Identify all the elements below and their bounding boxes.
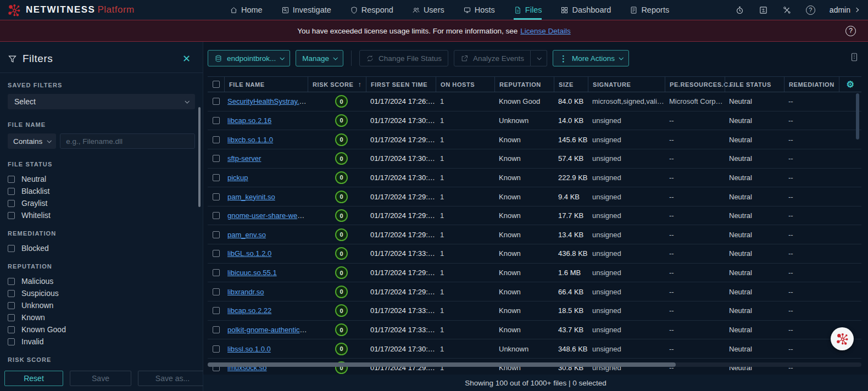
column-header-file-name[interactable]: FILE NAME xyxy=(224,77,308,92)
checkbox-icon[interactable] xyxy=(8,290,15,297)
table-row[interactable]: libxcb.so.1.1.0 0 01/17/2024 17:29:07 1 … xyxy=(208,130,861,149)
column-header-risk-score[interactable]: RISK SCORE↑ xyxy=(308,77,366,92)
row-checkbox[interactable] xyxy=(213,155,220,162)
netwitness-fab-button[interactable] xyxy=(831,327,854,350)
checkbox-icon[interactable] xyxy=(8,302,15,309)
filter-option-graylist[interactable]: Graylist xyxy=(8,197,195,209)
table-horizontal-scrollbar[interactable] xyxy=(208,362,676,367)
license-details-link[interactable]: License Details xyxy=(520,27,571,35)
table-row[interactable]: libxrandr.so 0 01/17/2024 17:29:07 1 Kno… xyxy=(208,282,861,301)
nav-item-investigate[interactable]: Investigate xyxy=(281,0,331,20)
checkbox-icon[interactable] xyxy=(8,176,15,183)
filter-option-blocked[interactable]: Blocked xyxy=(8,242,195,254)
checkbox-icon[interactable] xyxy=(8,212,15,219)
row-checkbox[interactable] xyxy=(213,212,220,219)
reset-button[interactable]: Reset xyxy=(4,371,63,386)
file-name-link[interactable]: pam_env.so xyxy=(227,231,266,239)
table-row[interactable]: pickup 0 01/17/2024 17:30:14 1 Known 222… xyxy=(208,169,861,188)
column-header-file-status[interactable]: FILE STATUS xyxy=(725,77,784,92)
admin-tools-icon[interactable] xyxy=(782,5,792,15)
analyze-events-button[interactable]: Analyze Events xyxy=(454,50,531,66)
filter-option-known[interactable]: Known xyxy=(8,311,195,323)
column-header-remediation[interactable]: REMEDIATION xyxy=(784,77,839,92)
filter-option-neutral[interactable]: Neutral xyxy=(8,173,195,185)
scheduler-icon[interactable] xyxy=(735,5,744,15)
row-checkbox[interactable] xyxy=(213,250,220,257)
help-icon[interactable]: ? xyxy=(806,5,815,15)
file-name-link[interactable]: pam_keyinit.so xyxy=(227,193,275,201)
row-checkbox[interactable] xyxy=(213,288,220,295)
row-checkbox[interactable] xyxy=(213,98,220,105)
row-checkbox[interactable] xyxy=(213,193,220,200)
file-name-link[interactable]: libxrandr.so xyxy=(227,288,264,296)
row-checkbox[interactable] xyxy=(213,174,220,181)
row-checkbox[interactable] xyxy=(213,307,220,314)
banner-help-icon[interactable]: ? xyxy=(845,26,856,36)
nav-item-hosts[interactable]: Hosts xyxy=(463,0,495,20)
nav-item-respond[interactable]: Respond xyxy=(350,0,393,20)
change-file-status-button[interactable]: Change File Status xyxy=(359,50,448,66)
column-header-pe-resources[interactable]: PE.RESOURCES.C... xyxy=(665,77,725,92)
file-name-operator-select[interactable]: Contains xyxy=(8,133,56,149)
row-checkbox[interactable] xyxy=(213,345,220,353)
row-checkbox[interactable] xyxy=(213,117,220,124)
jobs-icon[interactable] xyxy=(759,5,768,15)
nav-item-home[interactable]: Home xyxy=(230,0,263,20)
nav-item-dashboard[interactable]: Dashboard xyxy=(560,0,611,20)
checkbox-icon[interactable] xyxy=(8,338,15,345)
filter-option-suspicious[interactable]: Suspicious xyxy=(8,287,195,299)
file-name-link[interactable]: pickup xyxy=(227,174,248,182)
column-header-size[interactable]: SIZE xyxy=(554,77,588,92)
select-all-checkbox[interactable] xyxy=(213,81,220,88)
table-row[interactable]: pam_keyinit.so 0 01/17/2024 17:29:07 1 K… xyxy=(208,187,861,206)
file-name-link[interactable]: libssl.so.1.0.0 xyxy=(227,345,271,353)
file-name-link[interactable]: libGL.so.1.2.0 xyxy=(227,249,271,258)
file-name-link[interactable]: libcap.so.2.22 xyxy=(227,306,271,315)
file-name-link[interactable]: gnome-user-share-webdav xyxy=(227,211,308,220)
close-filters-icon[interactable]: ✕ xyxy=(182,53,195,65)
save-as-button[interactable]: Save as... xyxy=(138,371,207,386)
table-row[interactable]: libicuuc.so.55.1 0 01/17/2024 17:29:07 1… xyxy=(208,264,861,283)
filter-option-unknown[interactable]: Unknown xyxy=(8,299,195,311)
filter-option-whitelist[interactable]: Whitelist xyxy=(8,209,195,221)
nav-item-users[interactable]: Users xyxy=(412,0,444,20)
saved-filters-select[interactable]: Select xyxy=(8,94,195,109)
filter-option-known-good[interactable]: Known Good xyxy=(8,323,195,336)
row-checkbox[interactable] xyxy=(213,269,220,276)
table-vertical-scrollbar[interactable] xyxy=(856,93,859,139)
filter-option-malicious[interactable]: Malicious xyxy=(8,275,195,287)
column-header-first-seen-time[interactable]: FIRST SEEN TIME xyxy=(366,77,436,92)
checkbox-icon[interactable] xyxy=(8,200,15,207)
table-row[interactable]: gnome-user-share-webdav 0 01/17/2024 17:… xyxy=(208,206,861,226)
table-row[interactable]: libssl.so.1.0.0 0 01/17/2024 17:30:14 1 … xyxy=(208,339,861,359)
checkbox-icon[interactable] xyxy=(8,188,15,195)
gear-icon[interactable]: ⚙ xyxy=(847,80,855,89)
file-name-input[interactable] xyxy=(60,133,195,149)
nav-item-files[interactable]: Files xyxy=(514,0,542,20)
save-button[interactable]: Save xyxy=(70,371,131,386)
table-row[interactable]: libGL.so.1.2.0 0 01/17/2024 17:33:21 1 K… xyxy=(208,244,861,264)
file-name-link[interactable]: sftp-server xyxy=(227,154,261,163)
filter-option-blacklist[interactable]: Blacklist xyxy=(8,185,195,197)
table-row[interactable]: polkit-gnome-authenticatio... 0 01/17/20… xyxy=(208,321,861,340)
export-file-icon[interactable] xyxy=(849,52,859,62)
checkbox-icon[interactable] xyxy=(8,326,15,333)
checkbox-icon[interactable] xyxy=(8,314,15,321)
column-header-signature[interactable]: SIGNATURE xyxy=(588,77,665,92)
file-name-link[interactable]: polkit-gnome-authenticatio... xyxy=(227,326,308,334)
analyze-events-dropdown[interactable] xyxy=(531,50,547,66)
manage-button[interactable]: Manage xyxy=(296,50,343,66)
file-name-link[interactable]: libcap.so.2.16 xyxy=(227,116,271,125)
table-row[interactable]: sftp-server 0 01/17/2024 17:30:14 1 Know… xyxy=(208,149,861,169)
column-header-on-hosts[interactable]: ON HOSTS xyxy=(436,77,494,92)
sidebar-scrollbar[interactable] xyxy=(198,107,201,207)
file-name-link[interactable]: libxcb.so.1.1.0 xyxy=(227,136,273,144)
checkbox-icon[interactable] xyxy=(8,245,15,252)
user-menu[interactable]: admin xyxy=(830,5,858,14)
table-row[interactable]: pam_env.so 0 01/17/2024 17:29:07 1 Known… xyxy=(208,225,861,244)
table-row[interactable]: SecurityHealthSystray.exe 0 01/17/2024 1… xyxy=(208,92,861,111)
more-actions-button[interactable]: ⋮ More Actions xyxy=(553,50,629,66)
row-checkbox[interactable] xyxy=(213,136,220,143)
table-row[interactable]: libcap.so.2.16 0 01/17/2024 17:30:14 1 U… xyxy=(208,111,861,131)
row-checkbox[interactable] xyxy=(213,326,220,333)
